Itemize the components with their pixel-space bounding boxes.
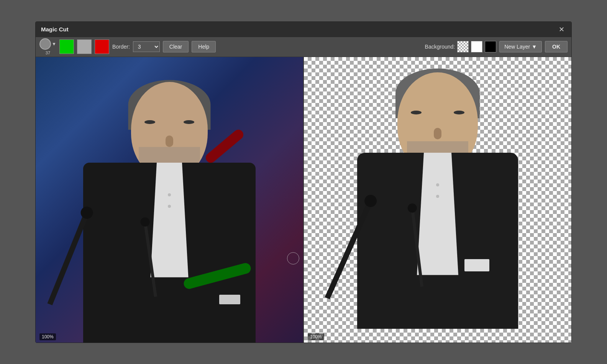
pocket-square <box>219 295 240 304</box>
right-zoom-badge: 100% <box>308 333 324 340</box>
content-area: 100% <box>36 57 571 343</box>
right-panel[interactable]: 100% <box>304 57 571 343</box>
new-layer-button[interactable]: New Layer ▼ <box>499 41 542 52</box>
shirt <box>148 163 190 277</box>
toolbar: ▼ 37 Border: 3 1 2 5 10 Clear Help Backg… <box>36 37 571 57</box>
background-white-swatch[interactable] <box>471 41 482 52</box>
background-label: Background: <box>425 44 455 50</box>
cutout-shirt <box>415 153 461 275</box>
background-checker-swatch[interactable] <box>457 41 469 52</box>
background-section: Background: <box>425 41 497 52</box>
color-swatch-green[interactable] <box>59 39 74 54</box>
ok-button[interactable]: OK <box>545 41 568 52</box>
left-zoom-badge: 100% <box>39 333 56 340</box>
border-label: Border: <box>112 44 130 50</box>
cutout-person <box>304 57 571 343</box>
help-button[interactable]: Help <box>192 41 216 52</box>
color-swatch-gray[interactable] <box>77 39 92 54</box>
window-title: Magic Cut <box>41 26 69 33</box>
color-swatch-red[interactable] <box>95 39 109 54</box>
brush-dropdown-arrow[interactable]: ▼ <box>52 41 56 47</box>
suit-body <box>83 163 256 343</box>
clear-button[interactable]: Clear <box>163 41 189 52</box>
new-layer-label: New Layer <box>504 44 530 50</box>
left-panel[interactable]: 100% <box>36 57 303 343</box>
brush-size-control[interactable]: ▼ 37 <box>39 38 56 55</box>
brush-icon <box>39 38 51 50</box>
brush-size-label: 37 <box>46 51 50 55</box>
magic-cut-window: Magic Cut ✕ ▼ 37 Border: 3 1 2 5 10 Clea… <box>35 21 572 343</box>
titlebar: Magic Cut ✕ <box>36 22 571 37</box>
cutout-inner <box>315 69 560 329</box>
new-layer-arrow: ▼ <box>532 44 537 50</box>
background-black-swatch[interactable] <box>485 41 496 52</box>
image-canvas <box>36 57 303 343</box>
cutout-pocket-square <box>464 259 489 271</box>
cutout-suit <box>357 153 518 329</box>
border-select[interactable]: 3 1 2 5 10 <box>133 41 160 52</box>
cursor-circle <box>287 252 299 264</box>
close-button[interactable]: ✕ <box>557 25 566 34</box>
